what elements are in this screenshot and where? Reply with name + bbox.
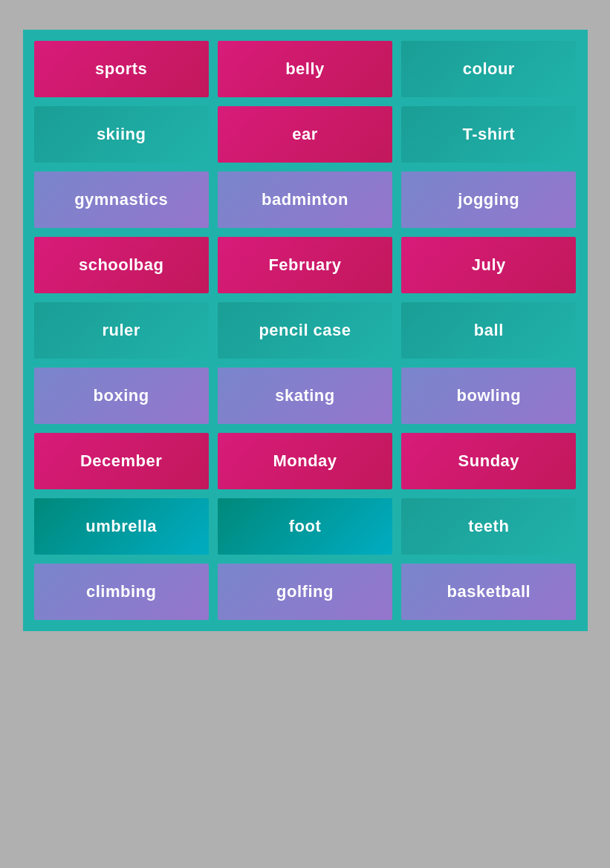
card-label: ball [474, 321, 504, 340]
card-belly: belly [216, 39, 394, 99]
card-gymnastics: gymnastics [33, 170, 210, 229]
card-basketball: basketball [400, 562, 577, 621]
card-ball: ball [400, 301, 577, 360]
card-jogging: jogging [400, 170, 577, 229]
card-golfing: golfing [216, 562, 394, 621]
card-sports: sports [33, 39, 210, 99]
card-schoolbag: schoolbag [33, 235, 210, 295]
card-February: February [216, 235, 394, 295]
card-bowling: bowling [400, 366, 577, 425]
card-label: foot [289, 517, 322, 536]
card-label: basketball [447, 582, 531, 601]
card-label: ear [292, 125, 318, 144]
card-label: ruler [102, 321, 140, 340]
card-label: schoolbag [79, 255, 164, 275]
card-umbrella: umbrella [33, 497, 210, 556]
card-label: golfing [276, 582, 334, 601]
card-July: July [400, 235, 577, 295]
card-label: July [472, 255, 506, 275]
card-label: gymnastics [74, 190, 168, 209]
card-pencil-case: pencil case [216, 301, 394, 360]
card-label: sports [95, 59, 147, 79]
card-label: belly [285, 59, 325, 79]
card-climbing: climbing [33, 562, 210, 621]
card-label: December [80, 451, 162, 471]
card-label: climbing [86, 582, 156, 601]
card-label: skating [275, 386, 335, 405]
card-December: December [33, 431, 210, 491]
card-teeth: teeth [400, 497, 577, 556]
card-skiing: skiing [33, 105, 210, 164]
card-label: jogging [458, 190, 519, 209]
card-label: teeth [468, 517, 509, 536]
card-label: colour [463, 59, 515, 79]
card-label: Monday [273, 451, 337, 471]
card-badminton: badminton [216, 170, 394, 229]
card-boxing: boxing [33, 366, 210, 425]
card-skating: skating [216, 366, 394, 425]
card-label: T-shirt [462, 125, 515, 144]
card-Monday: Monday [216, 431, 394, 491]
page-container: sportsbellycolourskiingearT-shirtgymnast… [23, 30, 588, 631]
card-label: badminton [262, 190, 348, 209]
card-grid: sportsbellycolourskiingearT-shirtgymnast… [33, 39, 578, 621]
card-label: pencil case [259, 321, 351, 340]
card-label: boxing [94, 386, 149, 405]
card-label: skiing [97, 125, 146, 144]
card-label: Sunday [458, 451, 519, 471]
card-label: February [268, 255, 341, 275]
card-ruler: ruler [33, 301, 210, 360]
card-foot: foot [216, 497, 394, 556]
card-label: umbrella [85, 517, 157, 536]
card-label: bowling [457, 386, 522, 405]
card-T-shirt: T-shirt [400, 105, 577, 164]
card-colour: colour [400, 39, 577, 99]
card-ear: ear [216, 105, 394, 164]
card-Sunday: Sunday [400, 431, 577, 491]
